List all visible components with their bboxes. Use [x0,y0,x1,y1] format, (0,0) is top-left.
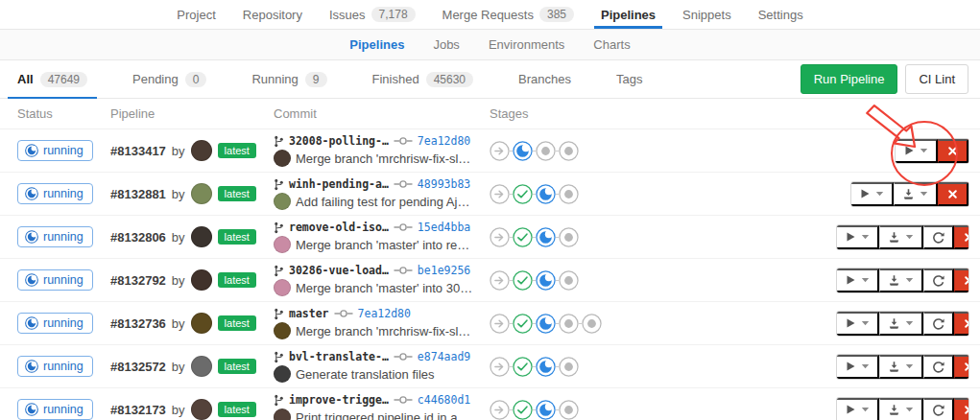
pipeline-id-link[interactable]: #8132806 [110,230,166,245]
pipeline-status-badge[interactable]: running [17,183,93,204]
branch-name-link[interactable]: winh-pending-a… [289,177,389,191]
pipeline-status-badge[interactable]: running [17,140,93,161]
filter-tab-tags[interactable]: Tags [607,60,652,98]
stage-running-icon[interactable] [536,400,556,420]
cancel-pipeline-button[interactable] [954,225,969,249]
pipeline-status-badge[interactable]: running [17,226,93,247]
nav-item-project[interactable]: Project [166,0,226,29]
download-artifacts-dropdown-button[interactable] [894,182,938,206]
subnav-item-charts[interactable]: Charts [582,30,641,59]
play-dropdown-button[interactable] [837,268,879,292]
stage-created-icon[interactable] [559,400,579,420]
commit-message-link[interactable]: Merge branch 'master' into re… [296,238,469,252]
stage-skipped-icon[interactable] [490,314,510,334]
commit-author-avatar[interactable] [274,279,291,296]
stage-skipped-icon[interactable] [490,357,510,377]
stage-skipped-icon[interactable] [490,270,510,291]
cancel-pipeline-button[interactable] [954,355,969,379]
branch-name-link[interactable]: master [289,307,329,320]
retry-pipeline-button[interactable] [923,355,954,379]
stage-success-icon[interactable] [513,314,533,334]
user-avatar[interactable] [191,399,212,420]
commit-message-link[interactable]: Add failing test for pending Aj… [296,195,469,209]
commit-sha-link[interactable]: 48993b83 [418,177,470,191]
filter-tab-finished[interactable]: Finished45630 [363,60,484,98]
pipeline-status-badge[interactable]: running [17,313,93,334]
cancel-pipeline-button[interactable] [954,398,969,420]
stage-success-icon[interactable] [513,184,533,204]
filter-tab-running[interactable]: Running9 [242,60,336,98]
nav-item-pipelines[interactable]: Pipelines [590,0,666,29]
pipeline-id-link[interactable]: #8132572 [110,360,166,374]
nav-item-issues[interactable]: Issues7,178 [319,0,426,29]
commit-author-avatar[interactable] [274,150,291,167]
branch-name-link[interactable]: improve-trigge… [289,393,389,407]
commit-sha-link[interactable]: be1e9256 [418,264,470,277]
branch-name-link[interactable]: bvl-translate-… [289,350,389,363]
download-artifacts-dropdown-button[interactable] [879,355,923,379]
play-dropdown-button[interactable] [837,225,879,249]
download-artifacts-dropdown-button[interactable] [879,268,923,292]
user-avatar[interactable] [191,183,212,204]
stage-skipped-icon[interactable] [490,141,510,161]
filter-tab-all[interactable]: All47649 [8,60,97,98]
stage-created-icon[interactable] [559,184,579,204]
pipeline-id-link[interactable]: #8132881 [110,187,166,201]
cancel-pipeline-button[interactable] [938,139,968,163]
commit-author-avatar[interactable] [274,193,291,210]
stage-success-icon[interactable] [513,357,533,377]
nav-item-settings[interactable]: Settings [748,0,814,29]
nav-item-snippets[interactable]: Snippets [672,0,742,29]
stage-running-icon[interactable] [536,314,556,334]
stage-created-icon[interactable] [559,141,579,161]
pipeline-id-link[interactable]: #8132792 [110,273,166,288]
retry-pipeline-button[interactable] [923,268,954,292]
commit-sha-link[interactable]: e874aad9 [418,350,470,363]
download-artifacts-dropdown-button[interactable] [879,398,923,420]
stage-created-icon[interactable] [559,227,579,247]
commit-author-avatar[interactable] [274,408,291,420]
commit-message-link[interactable]: Merge branch 'mrchrisw-fix-sl… [296,152,470,166]
stage-running-icon[interactable] [536,184,556,204]
filter-tab-pending[interactable]: Pending0 [123,60,216,98]
download-artifacts-dropdown-button[interactable] [879,225,923,249]
commit-sha-link[interactable]: 7ea12d80 [418,134,470,148]
play-dropdown-button[interactable] [896,139,938,163]
stage-success-icon[interactable] [513,227,533,247]
cancel-pipeline-button[interactable] [954,312,969,336]
commit-message-link[interactable]: Merge branch 'master' into 30… [296,281,472,295]
stage-running-icon[interactable] [536,270,556,291]
commit-sha-link[interactable]: 7ea12d80 [358,307,411,320]
commit-message-link[interactable]: Print triggered pipeline id in a… [296,410,469,420]
user-avatar[interactable] [191,140,212,161]
stage-skipped-icon[interactable] [490,400,510,420]
retry-pipeline-button[interactable] [923,225,954,249]
cancel-pipeline-button[interactable] [938,182,968,206]
commit-sha-link[interactable]: c44680d1 [418,393,470,407]
subnav-item-jobs[interactable]: Jobs [421,30,470,59]
stage-created-icon[interactable] [559,357,579,377]
stage-created-icon[interactable] [559,270,579,291]
stage-created-icon[interactable] [582,314,602,334]
stage-running-icon[interactable] [536,357,556,377]
play-dropdown-button[interactable] [837,312,879,336]
play-dropdown-button[interactable] [851,182,894,206]
stage-running-icon[interactable] [513,141,533,161]
pipeline-status-badge[interactable]: running [17,399,93,420]
commit-message-link[interactable]: Merge branch 'mrchrisw-fix-sl… [296,324,470,338]
user-avatar[interactable] [191,356,212,377]
commit-message-link[interactable]: Generate translation files [296,367,435,382]
commit-author-avatar[interactable] [274,365,291,383]
user-avatar[interactable] [191,269,212,291]
subnav-item-environments[interactable]: Environments [477,30,576,59]
pipeline-id-link[interactable]: #8132173 [110,403,166,417]
nav-item-merge-requests[interactable]: Merge Requests385 [432,0,585,29]
stage-skipped-icon[interactable] [490,227,510,247]
pipeline-status-badge[interactable]: running [17,356,93,377]
filter-tab-branches[interactable]: Branches [509,60,581,98]
stage-running-icon[interactable] [536,227,556,247]
stage-created-icon[interactable] [536,141,556,161]
play-dropdown-button[interactable] [837,398,879,420]
stage-created-icon[interactable] [559,314,579,334]
commit-author-avatar[interactable] [274,236,291,253]
